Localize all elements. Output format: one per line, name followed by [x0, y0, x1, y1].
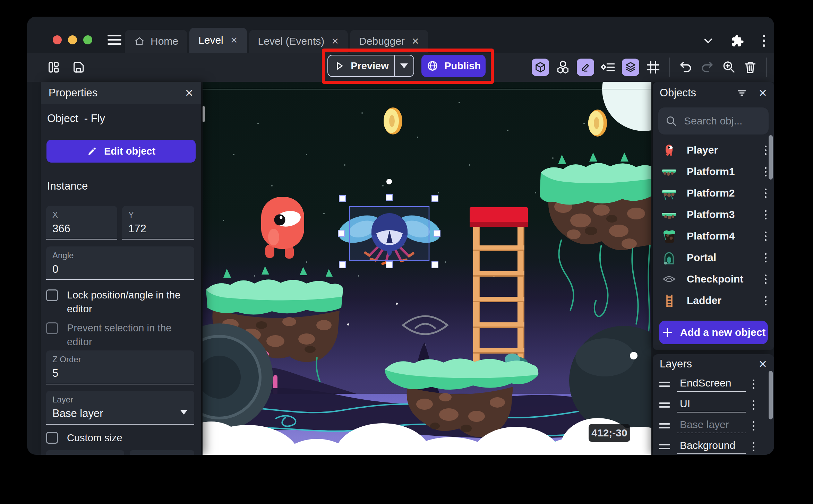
drag-handle-icon[interactable]	[658, 380, 671, 388]
object-row-checkpoint[interactable]: Checkpoint	[653, 268, 774, 290]
custom-size-checkbox-row[interactable]: Custom size	[46, 431, 188, 445]
drag-handle-icon[interactable]	[658, 422, 671, 430]
close-tab-icon[interactable]: ✕	[410, 36, 419, 47]
close-tab-icon[interactable]: ✕	[330, 36, 339, 47]
object-options-icon[interactable]	[763, 166, 768, 178]
angle-field[interactable]: Angle	[46, 246, 194, 280]
close-properties-icon[interactable]: ✕	[185, 87, 194, 99]
layer-row-base-layer[interactable]: Base layer	[653, 415, 774, 436]
object-row-platform3[interactable]: Platform3	[653, 204, 774, 225]
y-position-input[interactable]	[128, 223, 188, 235]
layers-panel-icon[interactable]	[622, 59, 639, 76]
filter-icon[interactable]	[735, 86, 749, 100]
objects-scrollbar[interactable]	[769, 135, 773, 180]
object-row-ladder[interactable]: Ladder	[653, 290, 774, 311]
layers-scrollbar[interactable]	[769, 371, 773, 419]
custom-size-checkbox[interactable]	[46, 432, 58, 444]
preview-options-dropdown[interactable]	[395, 55, 413, 76]
layer-name-field[interactable]: Base layer	[677, 418, 746, 433]
drag-handle-icon[interactable]	[658, 443, 671, 451]
prevent-selection-checkbox-row[interactable]: Prevent selection in the editor	[46, 321, 188, 349]
x-position-input[interactable]	[52, 223, 111, 235]
layer-select-field[interactable]: Layer Base layer	[46, 391, 194, 425]
object-options-icon[interactable]	[763, 209, 768, 221]
layer-options-icon[interactable]	[751, 399, 756, 411]
edit-object-button[interactable]: Edit object	[46, 140, 196, 163]
close-layers-icon[interactable]: ✕	[759, 358, 767, 370]
tab-label: Debugger	[359, 35, 405, 47]
object-options-icon[interactable]	[763, 187, 768, 199]
edit-mode-pencil-icon[interactable]	[577, 59, 594, 76]
extensions-puzzle-icon[interactable]	[731, 34, 745, 48]
z-order-field[interactable]: Z Order	[46, 350, 194, 384]
coin-sprite[interactable]	[588, 110, 607, 137]
maximize-window-button[interactable]	[83, 35, 92, 44]
objects-search-box[interactable]	[658, 107, 769, 134]
angle-input[interactable]	[52, 263, 188, 276]
objects-search-input[interactable]	[683, 115, 762, 127]
undo-icon[interactable]	[678, 60, 693, 75]
object-row-player[interactable]: Player	[653, 139, 774, 161]
lock-position-checkbox-row[interactable]: Lock position/angle in the editor	[46, 288, 188, 316]
caret-down-icon	[400, 63, 408, 68]
redo-icon[interactable]	[700, 60, 715, 75]
scene-artwork	[203, 82, 651, 455]
rotate-handle[interactable]	[386, 179, 392, 184]
objects-panel-icon[interactable]	[532, 59, 549, 76]
panels-layout-icon[interactable]	[46, 60, 61, 75]
layer-name-field[interactable]: EndScreen	[677, 376, 746, 392]
object-options-icon[interactable]	[763, 230, 768, 242]
object-options-icon[interactable]	[763, 295, 768, 307]
object-row-platform4[interactable]: Platform4	[653, 225, 774, 247]
tab-debugger[interactable]: Debugger ✕	[350, 30, 428, 53]
more-options-icon[interactable]	[761, 33, 767, 48]
object-options-icon[interactable]	[763, 144, 768, 156]
close-window-button[interactable]	[53, 35, 62, 44]
layer-row-ui[interactable]: UI	[653, 394, 774, 415]
save-icon[interactable]	[71, 60, 86, 75]
preview-button-main[interactable]: Preview	[328, 55, 395, 76]
tab-home[interactable]: Home	[125, 30, 187, 53]
prevent-selection-checkbox[interactable]	[46, 322, 58, 334]
asset-store-icon[interactable]	[555, 60, 571, 75]
drag-handle-icon[interactable]	[658, 401, 671, 409]
delete-icon[interactable]	[743, 60, 758, 75]
tab-level[interactable]: Level ✕	[189, 28, 247, 53]
y-position-field[interactable]: Y	[122, 206, 194, 240]
chevron-down-icon[interactable]	[702, 34, 715, 47]
instructions-list-icon[interactable]	[600, 60, 616, 75]
object-name: Ladder	[687, 295, 755, 306]
zoom-in-icon[interactable]	[721, 60, 736, 75]
layer-name-field[interactable]: Background	[677, 439, 746, 454]
canvas-scrollbar[interactable]	[203, 106, 205, 122]
x-position-field[interactable]: X	[46, 206, 117, 240]
object-name: Portal	[687, 252, 755, 263]
object-row-platform1[interactable]: Platform1	[653, 161, 774, 182]
main-menu-icon[interactable]	[108, 35, 121, 45]
scene-top-border-line	[203, 89, 651, 89]
tab-level-events[interactable]: Level (Events) ✕	[249, 30, 348, 53]
layer-name-field[interactable]: UI	[677, 397, 746, 412]
preview-button[interactable]: Preview	[327, 55, 414, 77]
add-new-object-button[interactable]: Add a new object	[659, 321, 768, 344]
layer-options-icon[interactable]	[751, 420, 756, 432]
object-row-portal[interactable]: Portal	[653, 247, 774, 268]
close-tab-icon[interactable]: ✕	[229, 35, 238, 46]
layer-options-icon[interactable]	[751, 378, 756, 390]
layer-row-background[interactable]: Background	[653, 436, 774, 455]
lock-position-checkbox[interactable]	[46, 289, 58, 301]
scene-canvas[interactable]: 412;-30	[203, 82, 651, 455]
player-sprite-thumbnail	[660, 143, 678, 157]
object-row-platform2[interactable]: Platform2	[653, 182, 774, 204]
layer-options-icon[interactable]	[751, 441, 756, 453]
coin-sprite[interactable]	[384, 107, 402, 134]
minimize-window-button[interactable]	[68, 35, 77, 44]
layer-row-endscreen[interactable]: EndScreen	[653, 374, 774, 394]
z-order-input[interactable]	[52, 367, 188, 380]
grid-icon[interactable]	[645, 60, 661, 75]
close-objects-icon[interactable]: ✕	[759, 87, 767, 99]
layers-panel: Layers ✕ EndScreen UI Base layer Backgro…	[653, 354, 774, 455]
object-options-icon[interactable]	[763, 273, 768, 285]
object-options-icon[interactable]	[763, 252, 768, 264]
publish-button[interactable]: Publish	[421, 55, 486, 77]
